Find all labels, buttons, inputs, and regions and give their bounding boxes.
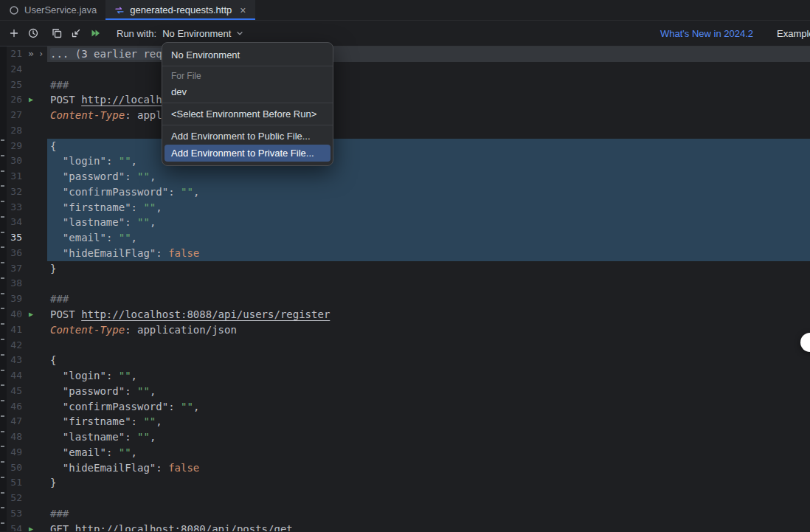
left-edge-mark xyxy=(1,139,4,141)
line-content[interactable]: "password": "", xyxy=(47,169,810,184)
add-request-button[interactable] xyxy=(4,24,24,43)
code-segment-p xyxy=(50,415,63,427)
code-segment-k: "password" xyxy=(63,385,125,397)
editor-line-45: 45 "password": "", xyxy=(0,384,810,399)
left-edge-mark xyxy=(1,277,4,279)
dropdown-item[interactable]: Add Environment to Private File... xyxy=(165,145,330,162)
line-content[interactable]: "lastname": "", xyxy=(47,215,810,230)
line-content[interactable]: "firstname": "", xyxy=(47,200,810,215)
editor-line-33: 33 "firstname": "", xyxy=(0,200,810,215)
tab-generated-requests-http[interactable]: generated-requests.http × xyxy=(105,0,255,20)
left-edge-mark xyxy=(1,384,4,386)
code-segment-p: : xyxy=(106,155,119,167)
line-content[interactable] xyxy=(47,276,810,291)
whats-new-link[interactable]: What's New in 2024.2 xyxy=(660,28,753,39)
code-segment-p: , xyxy=(156,415,162,427)
line-content[interactable]: Content-Type: application/json xyxy=(47,322,810,338)
folded-requests-icon[interactable]: » xyxy=(24,46,38,62)
gutter: 43 xyxy=(0,353,47,368)
code-segment-p xyxy=(50,155,63,167)
line-content[interactable]: "confirmPassword": "", xyxy=(47,184,810,200)
gutter: 24 xyxy=(0,62,47,77)
gutter: 34 xyxy=(0,215,47,230)
line-content[interactable]: "email": "", xyxy=(47,445,810,460)
plus-icon xyxy=(8,27,20,39)
code-segment-p: : xyxy=(131,415,144,427)
environment-combobox[interactable]: No Environment xyxy=(158,26,249,41)
line-content[interactable] xyxy=(47,338,810,353)
gutter: 49 xyxy=(0,445,47,460)
dropdown-group-header: For File xyxy=(162,69,333,83)
code-segment-p: } xyxy=(50,477,56,488)
line-content[interactable]: "login": "", xyxy=(47,368,810,384)
run-request-icon[interactable]: ▶ xyxy=(24,92,38,108)
left-edge-mark xyxy=(1,262,4,263)
code-segment-s: "" xyxy=(119,446,131,458)
examples-button[interactable]: Examples xyxy=(777,28,810,39)
left-edge-mark xyxy=(1,522,4,524)
code-segment-k: "hideEmailFlag" xyxy=(63,462,156,474)
code-segment-p xyxy=(50,431,63,443)
gutter: 50 xyxy=(0,460,47,476)
environment-dropdown: No EnvironmentFor Filedev<Select Environ… xyxy=(162,42,333,166)
line-content[interactable]: POST http://localhost:8088/api/users/reg… xyxy=(47,307,810,322)
line-content[interactable]: "lastname": "", xyxy=(47,429,810,445)
line-content[interactable]: { xyxy=(47,353,810,368)
dropdown-item[interactable]: dev xyxy=(162,83,333,100)
line-content[interactable]: "confirmPassword": "", xyxy=(47,399,810,415)
editor-line-24: 24 xyxy=(0,62,810,77)
code-segment-p: : xyxy=(156,247,168,259)
line-content[interactable]: GET http://localhost:8080/api/posts/get xyxy=(47,522,810,531)
editor-line-31: 31 "password": "", xyxy=(0,169,810,184)
code-segment-p: , xyxy=(150,431,156,443)
editor-line-54: 54▶GET http://localhost:8080/api/posts/g… xyxy=(0,522,810,531)
dropdown-item[interactable]: No Environment xyxy=(162,46,333,63)
code-segment-p xyxy=(50,232,63,243)
line-content[interactable]: "password": "", xyxy=(47,384,810,399)
gutter: 21»› xyxy=(0,46,47,62)
convert-from-curl-button[interactable] xyxy=(66,24,86,43)
editor-line-40: 40▶POST http://localhost:8088/api/users/… xyxy=(0,307,810,322)
code-segment-k: "firstname" xyxy=(63,201,131,213)
line-content[interactable]: "hideEmailFlag": false xyxy=(47,460,810,476)
line-content[interactable]: "firstname": "", xyxy=(47,414,810,429)
code-segment-u: http://localhost:8088/api/users/register xyxy=(81,308,330,320)
line-content[interactable] xyxy=(47,491,810,506)
line-content[interactable]: "email": "", xyxy=(47,230,810,246)
line-content[interactable]: "hideEmailFlag": false xyxy=(47,246,810,261)
line-content[interactable]: ### xyxy=(47,291,810,307)
run-request-icon[interactable]: ▶ xyxy=(24,307,38,322)
editor[interactable]: 21»›... (3 earlier requests)2425###26▶PO… xyxy=(0,46,810,531)
gutter: 36 xyxy=(0,246,47,261)
editor-line-49: 49 "email": "", xyxy=(0,445,810,460)
code-segment-p: , xyxy=(131,232,137,243)
code-segment-u: http://localhost:8080/api/posts/get xyxy=(75,523,293,531)
chevron-down-icon xyxy=(235,29,244,38)
history-button[interactable] xyxy=(24,24,43,43)
run-request-icon[interactable]: ▶ xyxy=(24,522,38,531)
left-edge-mark xyxy=(1,232,4,233)
run-all-icon xyxy=(89,27,101,39)
copy-button[interactable] xyxy=(47,24,66,43)
left-edge-mark xyxy=(1,400,4,401)
code-segment-p xyxy=(50,370,63,381)
close-tab-icon[interactable]: × xyxy=(240,5,246,15)
dropdown-item[interactable]: <Select Environment Before Run> xyxy=(162,106,333,122)
line-content[interactable]: ### xyxy=(47,506,810,522)
code-segment-p: , xyxy=(150,170,156,182)
dropdown-item[interactable]: Add Environment to Public File... xyxy=(162,128,333,145)
line-content[interactable]: } xyxy=(47,475,810,491)
code-segment-k: "password" xyxy=(63,170,125,182)
code-segment-w: false xyxy=(168,247,199,259)
run-all-requests-button[interactable] xyxy=(86,24,105,43)
tab-userservice-java[interactable]: UserService.java xyxy=(0,0,105,20)
code-segment-p: , xyxy=(193,186,199,198)
code-segment-m: GET xyxy=(50,523,69,531)
line-content[interactable]: } xyxy=(47,261,810,277)
left-edge-mark xyxy=(1,308,4,309)
code-segment-w: false xyxy=(168,462,199,474)
fold-chevron-icon[interactable]: › xyxy=(38,46,47,62)
left-edge-mark xyxy=(1,477,4,478)
code-segment-m: POST xyxy=(50,94,75,106)
gutter: 30 xyxy=(0,153,47,169)
